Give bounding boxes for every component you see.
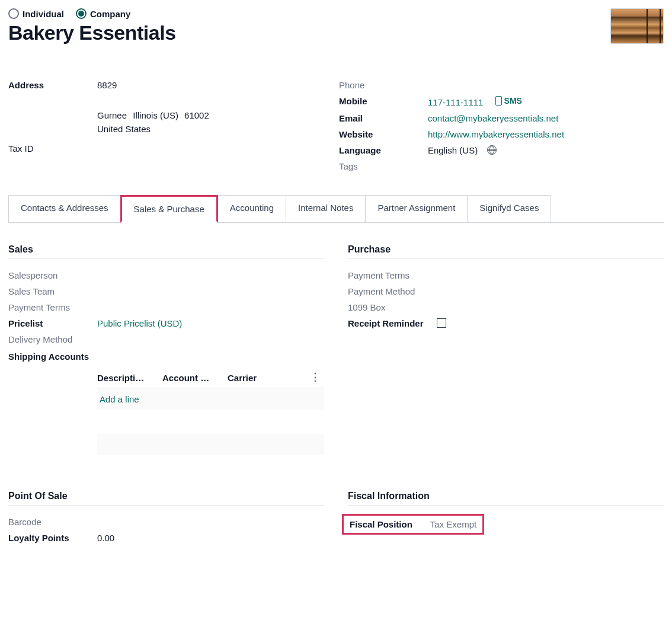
sales-team-label: Sales Team — [8, 286, 97, 296]
phone-label: Phone — [339, 80, 428, 90]
tax-id-label: Tax ID — [8, 143, 97, 154]
address-label: Address — [8, 80, 97, 90]
salesperson-label: Salesperson — [8, 270, 97, 280]
radio-company[interactable]: Company — [76, 8, 130, 19]
address-value[interactable]: 8829 Gurnee Illinois (US) 61002 United S… — [97, 80, 213, 138]
website-value[interactable]: http://www.mybakeryessentials.net — [428, 129, 564, 139]
radio-individual-label: Individual — [23, 9, 64, 19]
receipt-reminder-checkbox[interactable] — [437, 318, 446, 328]
radio-individual[interactable]: Individual — [8, 8, 64, 19]
pos-section-title: Point Of Sale — [8, 491, 324, 506]
add-a-line-button[interactable]: Add a line — [97, 388, 324, 410]
fiscal-section-title: Fiscal Information — [348, 491, 664, 506]
sales-section-title: Sales — [8, 244, 324, 259]
receipt-reminder-label: Receipt Reminder — [348, 318, 437, 328]
shipping-accounts-label: Shipping Accounts — [8, 350, 97, 362]
tab-partner-assignment[interactable]: Partner Assignment — [365, 195, 468, 222]
payment-method-label: Payment Method — [348, 286, 437, 296]
tags-label: Tags — [339, 161, 428, 171]
tab-sales-purchase[interactable]: Sales & Purchase — [120, 195, 218, 223]
globe-icon[interactable] — [487, 145, 497, 155]
purchase-section-title: Purchase — [348, 244, 664, 259]
loyalty-points-value[interactable]: 0.00 — [97, 533, 114, 543]
radio-company-label: Company — [90, 9, 130, 19]
email-label: Email — [339, 113, 428, 123]
email-value[interactable]: contact@mybakeryessentials.net — [428, 113, 558, 123]
ship-col-account[interactable]: Account … — [162, 373, 228, 383]
entity-type-radio-group: Individual Company — [8, 8, 176, 19]
shipping-accounts-table: Descripti… Account … Carrier ⋮ Add a lin… — [97, 368, 324, 455]
fiscal-position-highlight: Fiscal Position Tax Exempt — [342, 514, 484, 535]
website-label: Website — [339, 129, 428, 139]
tab-contacts-addresses[interactable]: Contacts & Addresses — [8, 195, 121, 222]
language-label: Language — [339, 145, 428, 155]
ship-col-description[interactable]: Descripti… — [97, 373, 162, 383]
1099-box-label: 1099 Box — [348, 302, 437, 312]
street-line: 8829 — [97, 80, 213, 90]
tab-bar: Contacts & Addresses Sales & Purchase Ac… — [8, 195, 664, 223]
barcode-label: Barcode — [8, 517, 97, 527]
pricelist-value[interactable]: Public Pricelist (USD) — [97, 318, 182, 328]
delivery-method-label: Delivery Method — [8, 334, 97, 344]
kebab-icon[interactable]: ⋮ — [310, 372, 321, 382]
partner-image[interactable] — [610, 8, 664, 44]
ship-col-carrier[interactable]: Carrier — [228, 373, 293, 383]
radio-icon-selected — [76, 8, 87, 19]
city-state-zip: Gurnee Illinois (US) 61002 — [97, 110, 213, 120]
page-title[interactable]: Bakery Essentials — [8, 21, 176, 44]
fiscal-position-label: Fiscal Position — [350, 519, 412, 529]
radio-icon — [8, 8, 19, 19]
tab-accounting[interactable]: Accounting — [217, 195, 286, 222]
sales-payment-terms-label: Payment Terms — [8, 302, 97, 312]
shipping-table-footer — [97, 434, 324, 455]
loyalty-points-label: Loyalty Points — [8, 533, 97, 543]
pricelist-label: Pricelist — [8, 318, 97, 328]
fiscal-position-value[interactable]: Tax Exempt — [430, 519, 476, 529]
mobile-label: Mobile — [339, 96, 428, 106]
tab-signifyd-cases[interactable]: Signifyd Cases — [467, 195, 551, 222]
language-value[interactable]: English (US) — [428, 145, 478, 155]
mobile-value[interactable]: 117-111-1111 — [428, 97, 483, 107]
purchase-payment-terms-label: Payment Terms — [348, 270, 437, 280]
tab-internal-notes[interactable]: Internal Notes — [286, 195, 366, 222]
country-line: United States — [97, 124, 213, 134]
sms-button[interactable]: SMS — [495, 96, 522, 106]
